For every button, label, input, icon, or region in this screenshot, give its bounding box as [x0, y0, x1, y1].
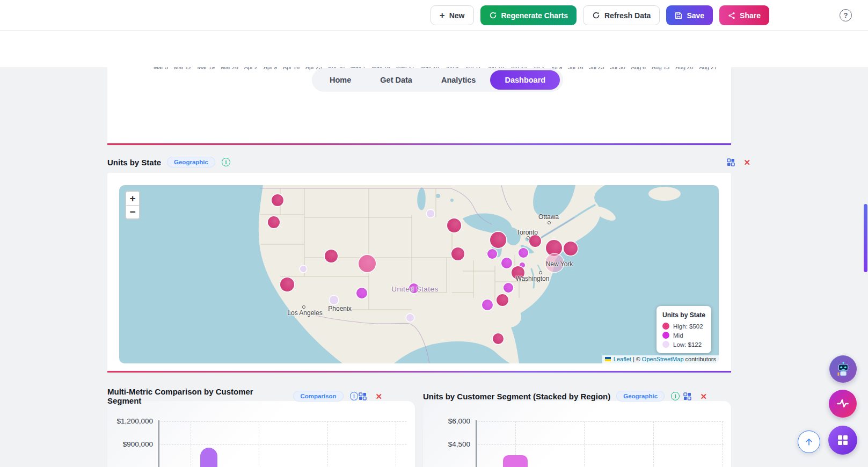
close-icon[interactable]: ✕: [375, 392, 382, 400]
map-bubble-marker[interactable]: [490, 232, 506, 248]
save-button[interactable]: Save: [666, 5, 713, 25]
widgets-button[interactable]: [828, 426, 857, 455]
h-gridline: [476, 444, 724, 445]
v-gridline: [327, 421, 328, 467]
new-button[interactable]: + New: [431, 5, 474, 25]
map-bubble-marker[interactable]: [356, 288, 367, 298]
map-legend-item: High: $502: [662, 323, 705, 330]
leaflet-map[interactable]: OttawaTorontoNew YorkWashingtonUnited St…: [119, 185, 719, 363]
map-bubble-marker[interactable]: [427, 210, 434, 217]
h-gridline: [476, 421, 724, 422]
y-axis-tick-label: $1,200,000: [107, 417, 153, 425]
activity-button[interactable]: [829, 390, 857, 418]
map-bubble-marker[interactable]: [529, 235, 541, 247]
map-bubble-marker[interactable]: [406, 314, 414, 322]
map-bubble-marker[interactable]: [359, 255, 376, 272]
robot-icon: [835, 361, 851, 377]
legend-dot-icon: [662, 323, 669, 330]
share-button[interactable]: Share: [719, 5, 769, 25]
pulse-icon: [836, 397, 850, 411]
header-actions: + New Regenerate Charts Refresh Data Sav…: [431, 0, 769, 31]
refresh-data-button[interactable]: Refresh Data: [583, 5, 660, 25]
close-icon[interactable]: ✕: [700, 392, 707, 400]
chart-bar: [200, 448, 217, 467]
regenerate-charts-button[interactable]: Regenerate Charts: [480, 5, 577, 25]
share-button-label: Share: [740, 11, 761, 20]
tab-home[interactable]: Home: [315, 70, 366, 90]
legend-dot-icon: [662, 332, 669, 339]
map-bubble-marker[interactable]: [564, 242, 578, 256]
geographic-badge: Geographic: [167, 157, 215, 167]
map-bubble-marker[interactable]: [493, 333, 504, 344]
tab-analytics[interactable]: Analytics: [427, 70, 490, 90]
map-legend-item: Mid: [662, 332, 705, 339]
map-bubble-marker[interactable]: [300, 266, 307, 272]
map-bubble-marker[interactable]: [325, 250, 338, 262]
map-city-label: New York: [546, 260, 573, 268]
map-bubble-marker[interactable]: [268, 216, 280, 228]
map-card: OttawaTorontoNew YorkWashingtonUnited St…: [107, 173, 731, 373]
info-icon[interactable]: i: [350, 392, 359, 400]
y-axis-line: [476, 420, 477, 467]
zoom-in-button[interactable]: +: [126, 192, 139, 205]
card-accent-line: [107, 371, 731, 373]
map-legend-label: Mid: [673, 332, 683, 339]
map-bubble-marker[interactable]: [272, 194, 283, 206]
card-accent-line: [107, 143, 731, 145]
openstreetmap-link[interactable]: OpenStreetMap: [642, 356, 684, 362]
map-zoom-control: + −: [125, 191, 140, 220]
scroll-to-top-button[interactable]: [798, 430, 820, 453]
map-bubble-marker[interactable]: [487, 249, 497, 259]
y-axis-tick-label: $900,000: [107, 440, 153, 448]
resize-icon[interactable]: [683, 392, 692, 401]
info-icon[interactable]: i: [222, 158, 230, 166]
city-marker-icon: [527, 236, 530, 239]
x-axis-label: Mar 19: [198, 67, 215, 71]
grid-icon: [836, 434, 849, 447]
tab-get-data[interactable]: Get Data: [366, 70, 427, 90]
map-bubble-marker[interactable]: [280, 278, 294, 291]
regenerate-charts-label: Regenerate Charts: [501, 11, 568, 20]
x-axis-label: Mar 12: [174, 67, 192, 71]
info-icon[interactable]: i: [671, 392, 680, 400]
map-bubble-marker[interactable]: [447, 218, 461, 232]
map-city-label: Toronto: [516, 229, 538, 236]
resize-icon[interactable]: [726, 158, 735, 167]
x-axis-label: Aug 6: [631, 67, 645, 71]
x-axis-label: Jul 23: [589, 67, 604, 71]
map-bubble-marker[interactable]: [451, 247, 464, 260]
map-bubble-marker[interactable]: [482, 300, 493, 310]
map-bubble-marker[interactable]: [519, 248, 528, 258]
stacked-chart-card: $6,000$4,500: [423, 401, 731, 467]
tab-dashboard[interactable]: Dashboard: [490, 70, 560, 90]
map-legend-title: Units by State: [662, 311, 705, 319]
map-bubble-marker[interactable]: [497, 294, 508, 306]
leaflet-link[interactable]: Leaflet: [614, 356, 631, 362]
map-city-label: United States: [391, 285, 439, 293]
help-button[interactable]: ?: [840, 9, 852, 21]
resize-icon[interactable]: [358, 392, 367, 401]
page-scrollbar-thumb[interactable]: [864, 204, 867, 272]
city-marker-icon: [548, 221, 551, 224]
ai-assistant-button[interactable]: [829, 355, 857, 383]
legend-dot-icon: [662, 341, 669, 348]
x-axis-label: Jul 16: [568, 67, 583, 71]
x-axis-label: Aug 13: [652, 67, 669, 71]
map-widget-title: Units by State: [107, 158, 161, 167]
map-bubble-marker[interactable]: [501, 258, 512, 268]
chart-bar: [503, 455, 528, 467]
bar-chart: $1,200,000$900,000: [107, 401, 415, 467]
v-gridline: [722, 421, 723, 467]
comparison-widget-header: Multi-Metric Comparison by Customer Segm…: [107, 388, 382, 404]
map-bubble-marker[interactable]: [330, 296, 338, 304]
x-axis-label: Apr 16: [283, 67, 300, 71]
refresh-icon: [592, 11, 600, 19]
map-bubble-marker[interactable]: [504, 283, 513, 293]
ukraine-flag-icon: [605, 357, 611, 361]
share-icon: [728, 12, 735, 19]
zoom-out-button[interactable]: −: [126, 205, 139, 218]
close-icon[interactable]: ✕: [743, 158, 750, 166]
save-button-label: Save: [687, 11, 704, 20]
y-axis-tick-label: $4,500: [423, 440, 470, 448]
h-gridline: [158, 421, 406, 422]
